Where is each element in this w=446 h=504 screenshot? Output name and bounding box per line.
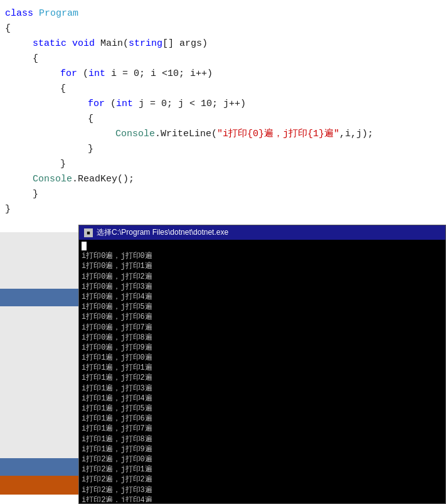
console-body: i打印0遍，j打印0遍i打印0遍，j打印1遍i打印0遍，j打印2遍i打印0遍，j… (79, 240, 445, 503)
code-token: { (33, 51, 38, 67)
console-icon: ■ (84, 228, 93, 237)
left-panel-white (0, 232, 78, 289)
console-output-line: i打印0遍，j打印6遍 (82, 312, 443, 322)
console-output-line: i打印1遍，j打印3遍 (82, 383, 443, 394)
code-line: { (0, 51, 446, 67)
console-output-line: i打印2遍，j打印0遍 (82, 454, 443, 464)
console-output-line: i打印1遍，j打印6遍 (82, 414, 443, 424)
code-line: } (0, 157, 446, 172)
code-line: } (0, 202, 446, 217)
code-token: j = 0; j < 10; j++) (139, 97, 246, 112)
code-token: class (5, 6, 39, 21)
console-output-line: i打印2遍，j打印1遍 (82, 464, 443, 475)
console-output-line: i打印1遍，j打印5遍 (82, 404, 443, 414)
code-editor: class Program{static void Main(string[] … (0, 0, 446, 223)
code-token: ,i,j); (339, 127, 373, 142)
console-output-line: i打印0遍，j打印1遍 (82, 261, 443, 271)
console-output-line: i打印0遍，j打印5遍 (82, 302, 443, 312)
console-output-line: i打印1遍，j打印7遍 (82, 424, 443, 434)
code-token: for (88, 97, 110, 112)
console-output-line: i打印1遍，j打印4遍 (82, 394, 443, 404)
code-token: int (116, 97, 139, 112)
left-panel-orange (0, 476, 78, 495)
console-window: ■ 选择C:\Program Files\dotnet\dotnet.exe i… (78, 225, 446, 504)
console-output-line: i打印2遍，j打印3遍 (82, 485, 443, 495)
console-output-line: i打印0遍，j打印7遍 (82, 323, 443, 333)
code-line: } (0, 142, 446, 157)
code-line: { (0, 112, 446, 127)
code-token: i = 0; i <10; i++) (111, 67, 213, 82)
code-token: string (129, 36, 162, 51)
console-output-line: i打印1遍，j打印8遍 (82, 434, 443, 444)
console-output-line: i打印0遍，j打印3遍 (82, 282, 443, 292)
console-output: i打印0遍，j打印0遍i打印0遍，j打印1遍i打印0遍，j打印2遍i打印0遍，j… (82, 241, 443, 502)
console-output-line: i打印0遍，j打印2遍 (82, 272, 443, 282)
code-line: class Program (0, 6, 446, 21)
code-token: ( (83, 67, 88, 82)
code-token: static (33, 36, 72, 51)
console-output-line: i打印1遍，j打印1遍 (82, 363, 443, 373)
code-line: { (0, 82, 446, 97)
code-line: for (int i = 0; i <10; i++) (0, 67, 446, 82)
code-token: } (5, 202, 11, 217)
console-output-line: i打印1遍，j打印9遍 (82, 444, 443, 454)
code-token: [] args) (162, 36, 208, 51)
code-token: Console (115, 127, 155, 142)
code-token: Main( (100, 36, 129, 51)
left-panel-blue (0, 289, 78, 306)
code-line: { (0, 21, 446, 36)
console-output-line: i打印1遍，j打印2遍 (82, 373, 443, 383)
code-token: int (88, 67, 111, 82)
code-token: for (60, 67, 83, 82)
left-panel-white2 (0, 306, 78, 458)
code-line: static void Main(string[] args) (0, 36, 446, 51)
console-output-line: i打印0遍，j打印4遍 (82, 292, 443, 302)
code-token: void (72, 36, 100, 51)
console-titlebar: ■ 选择C:\Program Files\dotnet\dotnet.exe (79, 225, 445, 240)
console-title: 选择C:\Program Files\dotnet\dotnet.exe (97, 227, 228, 238)
console-output-line: i打印2遍，j打印4遍 (82, 495, 443, 502)
console-output-line: i打印1遍，j打印0遍 (82, 353, 443, 363)
code-token: { (88, 112, 93, 127)
code-line: } (0, 187, 446, 202)
left-panel-blue2 (0, 458, 78, 476)
code-line: for (int j = 0; j < 10; j++) (0, 97, 446, 112)
console-output-line: i打印2遍，j打印2遍 (82, 475, 443, 485)
code-token: } (33, 187, 38, 202)
code-token: .ReadKey(); (72, 172, 134, 187)
code-line: Console.ReadKey(); (0, 172, 446, 187)
code-token: } (88, 142, 93, 157)
code-token: .WriteLine( (155, 127, 217, 142)
code-token: { (5, 21, 11, 36)
console-output-line: i打印0遍，j打印8遍 (82, 333, 443, 343)
code-token: "i打印{0}遍，j打印{1}遍" (217, 127, 339, 142)
console-cursor-line (82, 241, 443, 251)
code-token: Program (39, 6, 78, 21)
code-line: Console.WriteLine("i打印{0}遍，j打印{1}遍",i,j)… (0, 127, 446, 142)
cursor-block (82, 242, 87, 250)
console-output-line: i打印0遍，j打印9遍 (82, 343, 443, 353)
code-token: } (60, 157, 66, 172)
code-token: { (60, 82, 66, 97)
code-token: Console (33, 172, 72, 187)
console-output-line: i打印0遍，j打印0遍 (82, 251, 443, 261)
code-token: ( (110, 97, 116, 112)
